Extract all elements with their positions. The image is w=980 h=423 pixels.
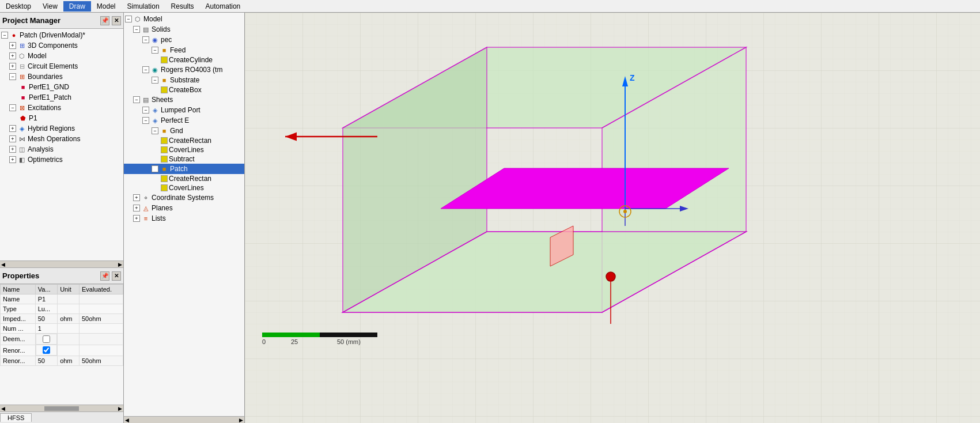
mid-tree-lumpedport[interactable]: − ◈ Lumped Port (124, 105, 244, 115)
prop-hscrollbar[interactable]: ◀ ▶ (0, 405, 123, 411)
deem-checkbox[interactable] (43, 335, 50, 343)
mid-expand-perfecte[interactable]: − (142, 117, 149, 124)
tree-item-hybrid[interactable]: + ◈ Hybrid Regions (0, 123, 123, 134)
tree-item-circuit[interactable]: + ⊟ Circuit Elements (0, 61, 123, 71)
prop-num-value[interactable]: 1 (35, 324, 57, 334)
menu-view[interactable]: View (37, 1, 63, 12)
tree-item-model[interactable]: + ⬡ Model (0, 51, 123, 61)
expand-patch[interactable]: − (1, 32, 8, 39)
prop-close-button[interactable]: ✕ (112, 271, 121, 281)
mid-tree-coverlines1[interactable]: CoverLines (124, 145, 244, 154)
mid-createcylinde-icon (161, 56, 168, 63)
prop-row-name: Name P1 (1, 294, 123, 304)
viewport-svg: Z 0 25 50 (mm) (245, 13, 980, 423)
prop-renor2-value[interactable]: 50 (35, 356, 57, 366)
mid-tree-feed[interactable]: − ■ Feed (124, 45, 244, 55)
prop-name-value[interactable]: P1 (35, 294, 57, 304)
expand-excitations[interactable]: − (9, 104, 16, 111)
menubar: Desktop View Draw Model Simulation Resul… (0, 0, 980, 13)
mid-tree-planes[interactable]: + ◬ Planes (124, 203, 244, 213)
tree-item-boundaries[interactable]: − ⊞ Boundaries (0, 71, 123, 82)
menu-simulation[interactable]: Simulation (122, 1, 165, 12)
mid-expand-lists[interactable]: + (133, 215, 140, 222)
mid-expand-sheets[interactable]: − (133, 96, 140, 103)
mid-tree-sheets[interactable]: − ▤ Sheets (124, 95, 244, 105)
mid-expand-lumpedport[interactable]: − (142, 107, 149, 114)
mid-expand-planes[interactable]: + (133, 205, 140, 212)
boundaries-icon: ⊞ (17, 72, 27, 81)
mid-tree-model[interactable]: − ⬡ Model (124, 14, 244, 24)
tree-item-3dcomp[interactable]: + ⊞ 3D Components (0, 40, 123, 51)
expand-hybrid[interactable]: + (9, 125, 16, 132)
mid-createcylinde-label: CreateCylinde (169, 56, 213, 64)
tree-item-excitations[interactable]: − ⊠ Excitations (0, 103, 123, 113)
tree-scrollbar[interactable]: ◀ ▶ (0, 260, 123, 267)
mid-tree-subtract[interactable]: Subtract (124, 154, 244, 164)
mid-lists-icon: ≡ (141, 214, 150, 223)
mid-coordsys-label: Coordinate Systems (152, 194, 214, 202)
left-panel: Project Manager 📌 ✕ − ● Patch (DrivenMod… (0, 13, 124, 423)
expand-meshops[interactable]: + (9, 135, 16, 142)
mid-subtract-label: Subtract (169, 155, 195, 163)
tree-item-perfe1patch[interactable]: ■ PerfE1_Patch (0, 92, 123, 103)
menu-results[interactable]: Results (165, 1, 200, 12)
middle-tree: − ⬡ Model − ▤ Solids − ◉ pec − (124, 13, 244, 416)
mid-createrect1-icon (161, 137, 168, 144)
mid-tree-coverlines2[interactable]: CoverLines (124, 183, 244, 192)
viewport[interactable]: Z 0 25 50 (mm) (245, 13, 980, 423)
mid-tree-createbox[interactable]: CreateBox (124, 85, 244, 95)
perfe1patch-icon: ■ (18, 93, 28, 102)
menu-automation[interactable]: Automation (200, 1, 247, 12)
mid-tree-substrate[interactable]: − ■ Substrate (124, 75, 244, 85)
menu-draw[interactable]: Draw (63, 1, 91, 12)
pin-button[interactable]: 📌 (100, 16, 109, 25)
mid-expand-feed[interactable]: − (152, 47, 158, 54)
menu-desktop[interactable]: Desktop (0, 1, 37, 12)
renor1-checkbox[interactable] (43, 346, 50, 354)
tree-item-perfe1gnd[interactable]: ■ PerfE1_GND (0, 82, 123, 92)
expand-optimetrics[interactable]: + (9, 156, 16, 163)
expand-circuit[interactable]: + (9, 63, 16, 70)
tree-item-optimetrics[interactable]: + ◧ Optimetrics (0, 154, 123, 165)
prop-impedance-unit: ohm (58, 314, 80, 324)
mid-subtract-icon (161, 156, 168, 163)
mid-expand-substrate[interactable]: − (152, 77, 158, 84)
prop-deem-value[interactable] (36, 334, 57, 345)
mid-expand-gnd[interactable]: − (152, 127, 158, 134)
mid-expand-patch-node[interactable]: − (152, 165, 158, 172)
expand-3dcomp[interactable]: + (9, 42, 16, 49)
mid-tree-rogers[interactable]: − ◉ Rogers RO4003 (tm (124, 65, 244, 75)
mid-tree-createcylinde[interactable]: CreateCylinde (124, 55, 244, 65)
tree-item-patch[interactable]: − ● Patch (DrivenModal)* (0, 30, 123, 40)
mid-tree-perfecte[interactable]: − ◈ Perfect E (124, 115, 244, 126)
prop-renor2-unit: ohm (58, 356, 80, 366)
prop-renor1-value[interactable] (36, 345, 57, 356)
tree-item-analysis[interactable]: + ◫ Analysis (0, 144, 123, 154)
mid-tree-coordsys[interactable]: + ⌖ Coordinate Systems (124, 192, 244, 203)
prop-pin-button[interactable]: 📌 (100, 271, 109, 281)
mid-expand-pec[interactable]: − (142, 36, 149, 43)
mid-hscrollbar[interactable]: ◀ ▶ (124, 416, 244, 423)
menu-model[interactable]: Model (91, 1, 122, 12)
expand-boundaries[interactable]: − (9, 73, 16, 80)
mid-tree-lists[interactable]: + ≡ Lists (124, 213, 244, 224)
mid-expand-model[interactable]: − (125, 16, 132, 22)
mid-expand-solids[interactable]: − (133, 26, 140, 33)
mid-tree-pec[interactable]: − ◉ pec (124, 35, 244, 45)
prop-name-evaluated (80, 294, 123, 304)
mid-tree-createrect2[interactable]: CreateRectan (124, 174, 244, 183)
mid-substrate-icon: ■ (160, 75, 169, 85)
mid-tree-gnd[interactable]: − ■ Gnd (124, 126, 244, 136)
hfss-tab[interactable]: HFSS (0, 413, 32, 422)
close-button[interactable]: ✕ (112, 16, 121, 25)
tree-item-meshops[interactable]: + ⋈ Mesh Operations (0, 134, 123, 144)
prop-impedance-value[interactable]: 50 (35, 314, 57, 324)
expand-analysis[interactable]: + (9, 146, 16, 153)
tree-item-p1[interactable]: ⬟ P1 (0, 113, 123, 123)
mid-expand-coordsys[interactable]: + (133, 194, 140, 201)
mid-expand-rogers[interactable]: − (142, 66, 149, 73)
expand-model[interactable]: + (9, 52, 16, 59)
mid-tree-solids[interactable]: − ▤ Solids (124, 24, 244, 35)
mid-tree-patch-node[interactable]: − ■ Patch (124, 164, 244, 174)
mid-tree-createrect1[interactable]: CreateRectan (124, 136, 244, 145)
